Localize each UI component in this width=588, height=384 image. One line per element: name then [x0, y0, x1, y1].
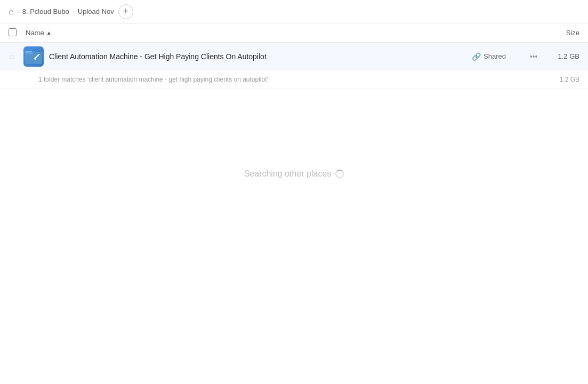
more-options-button[interactable]: •••	[526, 49, 541, 64]
file-size: 1.2 GB	[547, 52, 579, 60]
size-label: Size	[566, 29, 579, 37]
breadcrumb-item-2[interactable]: Upload Nov	[78, 7, 114, 15]
breadcrumb-sep-2: ›	[73, 8, 75, 15]
star-icon[interactable]: ☆	[9, 52, 21, 61]
link-icon: 🔗	[472, 52, 481, 61]
name-label: Name	[26, 29, 44, 37]
loading-spinner	[335, 170, 344, 178]
breadcrumb-add-button[interactable]: +	[118, 4, 133, 19]
match-info-row: 1 folder matches 'client automation mach…	[0, 70, 588, 89]
header-size[interactable]: Size	[537, 29, 579, 37]
breadcrumb-label-1: 8. Pcloud Bubo	[22, 7, 69, 15]
column-headers: Name ▲ Size	[0, 23, 588, 43]
searching-text: Searching other places	[244, 169, 332, 179]
header-name[interactable]: Name ▲	[26, 29, 537, 37]
sort-arrow-icon: ▲	[46, 30, 52, 36]
home-icon: ⌂	[9, 7, 14, 17]
match-info-text: 1 folder matches 'client automation mach…	[38, 76, 560, 83]
shared-badge: 🔗 Shared	[472, 52, 520, 61]
ellipsis-icon: •••	[530, 52, 538, 61]
breadcrumb-home[interactable]: ⌂	[9, 7, 14, 17]
folder-icon	[23, 46, 44, 67]
svg-rect-2	[25, 52, 42, 64]
breadcrumb-sep-1: ›	[17, 8, 19, 15]
breadcrumb-label-2: Upload Nov	[78, 7, 114, 15]
breadcrumb-item-1[interactable]: 8. Pcloud Bubo	[22, 7, 69, 15]
file-name: Client Automation Machine - Get High Pay…	[49, 52, 472, 61]
file-row[interactable]: ☆ Client Automation Machine - Get High P…	[0, 43, 588, 70]
select-all-checkbox[interactable]	[9, 28, 17, 36]
breadcrumb-bar: ⌂ › 8. Pcloud Bubo › Upload Nov +	[0, 0, 588, 23]
match-info-size: 1.2 GB	[560, 76, 579, 83]
shared-label: Shared	[484, 52, 506, 60]
searching-area: Searching other places	[0, 89, 588, 259]
add-icon: +	[123, 6, 129, 17]
header-checkbox[interactable]	[9, 28, 26, 38]
